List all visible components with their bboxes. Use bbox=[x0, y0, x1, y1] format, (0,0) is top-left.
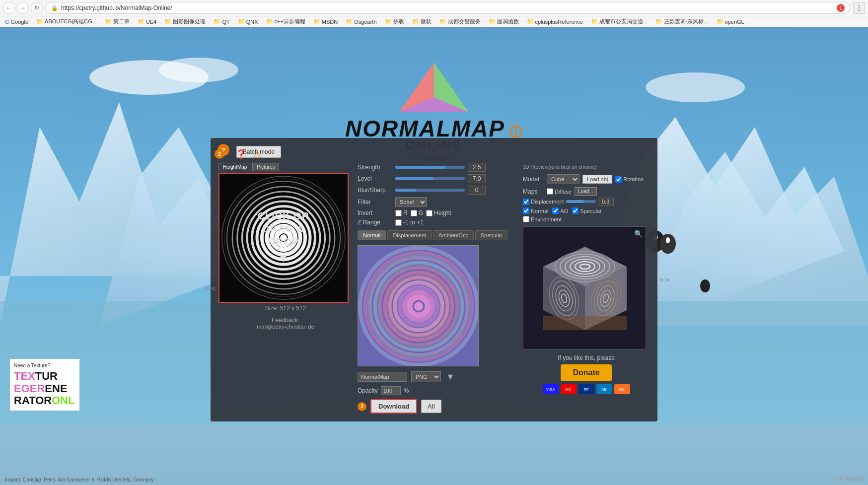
filter-label: Filter bbox=[358, 199, 392, 206]
zrange-input[interactable] bbox=[395, 219, 402, 226]
environment-checkbox[interactable]: Environment bbox=[523, 216, 650, 222]
texture-ad[interactable]: Need a Texture? TEXTUR EGERENE RATORONL bbox=[10, 359, 79, 411]
maps-label: Maps bbox=[523, 188, 544, 195]
diffuse-checkbox[interactable]: Diffuse bbox=[547, 188, 572, 195]
zrange-checkbox[interactable]: -1 to +1 bbox=[395, 219, 424, 226]
tab-displacement[interactable]: Displacement bbox=[387, 230, 432, 240]
right-panel: > > 3D Preview(runs best on chrome) Mode… bbox=[523, 163, 650, 414]
tab-normal[interactable]: Normal bbox=[358, 230, 386, 240]
invert-r-checkbox[interactable]: R bbox=[395, 209, 408, 216]
normal-checkbox[interactable]: Normal bbox=[523, 208, 548, 214]
filter-row: Filter Sobel Scharr Prewitt bbox=[358, 197, 518, 207]
maps-section: Maps Diffuse Load... Displacement bbox=[523, 187, 650, 222]
left-section: 2 ❓ ⚠ HeightMap Pictures bbox=[218, 163, 353, 414]
strength-slider[interactable] bbox=[395, 166, 465, 169]
level-label: Level bbox=[358, 175, 392, 182]
bookmark-police[interactable]: 📁成都市公安局交通... bbox=[589, 17, 650, 26]
bookmark-loan[interactable]: 📁还款查询·东风标... bbox=[653, 17, 710, 26]
invert-row: Invert R G Height bbox=[358, 209, 518, 216]
address-bar-container[interactable]: 🔒 1 bbox=[46, 2, 850, 14]
environment-input[interactable] bbox=[523, 216, 529, 222]
address-bar[interactable] bbox=[61, 4, 834, 11]
blur-slider[interactable] bbox=[395, 189, 465, 192]
input-help-icon[interactable]: ❓ bbox=[235, 149, 246, 160]
badge-3: 3 bbox=[358, 402, 366, 411]
input-warning-icon[interactable]: ⚠ bbox=[253, 149, 261, 160]
displacement-input[interactable] bbox=[523, 199, 529, 205]
feedback-text: Feedback: bbox=[218, 317, 353, 324]
nav-right-arrow[interactable]: > > bbox=[659, 276, 669, 284]
tab-specular[interactable]: Specular bbox=[475, 230, 507, 240]
invert-r-input[interactable] bbox=[395, 210, 402, 216]
bookmark-opengl[interactable]: 📁openGL bbox=[715, 18, 746, 25]
model-row: Model Cube Sphere Plane Load obj Rotatio… bbox=[523, 174, 650, 184]
svg-point-15 bbox=[666, 237, 670, 243]
bookmark-gutiaofunc[interactable]: 📁固调函数 bbox=[487, 17, 521, 26]
model-select[interactable]: Cube Sphere Plane bbox=[547, 174, 579, 184]
specular-checkbox[interactable]: Specular bbox=[572, 208, 601, 214]
bookmark-cplusplus[interactable]: 📁cplusplusReference bbox=[525, 18, 585, 25]
all-button[interactable]: All bbox=[421, 400, 441, 413]
bookmark-google[interactable]: G Google bbox=[3, 18, 30, 25]
invert-height-checkbox[interactable]: Height bbox=[426, 209, 451, 216]
bookmark-ue4[interactable]: 📁UE4 bbox=[136, 18, 158, 25]
maps-header-row: Maps Diffuse Load... bbox=[523, 187, 650, 196]
download-buttons-row: 3 Download All bbox=[358, 399, 518, 414]
logo-info-icon[interactable]: ⓘ bbox=[509, 126, 523, 139]
download-row: PNG JPEG WebP ▼ bbox=[358, 371, 518, 382]
visa-icon: VISA bbox=[543, 384, 559, 394]
donate-button[interactable]: Donate bbox=[561, 364, 611, 381]
svg-rect-73 bbox=[543, 316, 627, 330]
bookmark-qnx[interactable]: 📁QNX bbox=[236, 18, 260, 25]
rotation-input[interactable] bbox=[615, 176, 622, 183]
format-select[interactable]: PNG JPEG WebP bbox=[411, 371, 441, 382]
invert-g-checkbox[interactable]: G bbox=[411, 209, 423, 216]
bookmark-foojiao[interactable]: 📁佛教 bbox=[383, 17, 406, 26]
browser-toolbar: ← → ↻ 🔒 1 ⋮ bbox=[0, 0, 868, 16]
paypal-icon: PP bbox=[579, 384, 594, 394]
download-button[interactable]: Download bbox=[370, 399, 417, 414]
load-obj-button[interactable]: Load obj bbox=[582, 175, 612, 184]
invert-g-input[interactable] bbox=[411, 210, 417, 216]
upload-area[interactable]: CLICK OR DRAG & DROP ▼ bbox=[218, 173, 349, 303]
imprint-text: Imprint: Christian Petry, Am Gansweier 8… bbox=[5, 477, 153, 483]
tab-ambientocc[interactable]: AmbientOcc bbox=[433, 230, 474, 240]
diffuse-input[interactable] bbox=[547, 188, 553, 195]
tab-pictures[interactable]: Pictures bbox=[252, 163, 279, 171]
bookmark-chapter2[interactable]: 📁第二章 bbox=[103, 17, 132, 26]
bookmark-msdn[interactable]: 📁MSDN bbox=[311, 18, 340, 25]
specular-input[interactable] bbox=[572, 208, 579, 214]
filter-select[interactable]: Sobel Scharr Prewitt bbox=[395, 197, 427, 207]
bookmark-traffic[interactable]: 📁成都交警服务 bbox=[437, 17, 483, 26]
bookmark-graphics[interactable]: 📁图形图像处理 bbox=[162, 17, 208, 26]
svg-point-34 bbox=[280, 234, 287, 241]
bookmark-aboutcg[interactable]: 📁ABOUTCG|高端CG... bbox=[34, 17, 99, 26]
reload-button[interactable]: ↻ bbox=[31, 2, 43, 14]
bookmark-microsoft[interactable]: 📁微软 bbox=[410, 17, 434, 26]
ao-checkbox[interactable]: AO bbox=[552, 208, 568, 214]
nav-left-arrow[interactable]: < < bbox=[206, 284, 216, 292]
tab-heightmap[interactable]: HeightMap bbox=[218, 163, 251, 171]
extensions-button[interactable]: ⋮ bbox=[853, 2, 865, 14]
rotation-checkbox[interactable]: Rotation bbox=[615, 176, 644, 183]
diffuse-load-button[interactable]: Load... bbox=[575, 187, 597, 196]
forward-button[interactable]: → bbox=[17, 2, 29, 14]
ao-input[interactable] bbox=[552, 208, 559, 214]
level-slider[interactable] bbox=[395, 177, 465, 180]
opacity-input[interactable] bbox=[381, 386, 401, 395]
texture-ad-need-text: Need a Texture? bbox=[14, 363, 75, 368]
bookmark-qt[interactable]: 📁QT bbox=[212, 18, 231, 25]
preview-3d-canvas[interactable]: 🔍 bbox=[523, 226, 646, 349]
normal-input[interactable] bbox=[523, 208, 529, 214]
filename-input[interactable] bbox=[358, 372, 407, 382]
displacement-slider[interactable] bbox=[566, 200, 596, 203]
back-button[interactable]: ← bbox=[3, 2, 15, 14]
invert-height-input[interactable] bbox=[426, 210, 433, 216]
notification-badge: 1 bbox=[837, 4, 845, 12]
middle-panel: Strength 2.5 Level 7.0 Blur/Sharp bbox=[358, 163, 518, 414]
bookmark-osgearth[interactable]: 📁Osgearth bbox=[344, 18, 378, 25]
amex-icon: AE bbox=[596, 384, 612, 394]
zoom-icon[interactable]: 🔍 bbox=[634, 230, 643, 238]
bookmark-cpp[interactable]: 📁c++异步编程 bbox=[264, 17, 307, 26]
displacement-checkbox[interactable]: Displacement bbox=[523, 199, 564, 205]
